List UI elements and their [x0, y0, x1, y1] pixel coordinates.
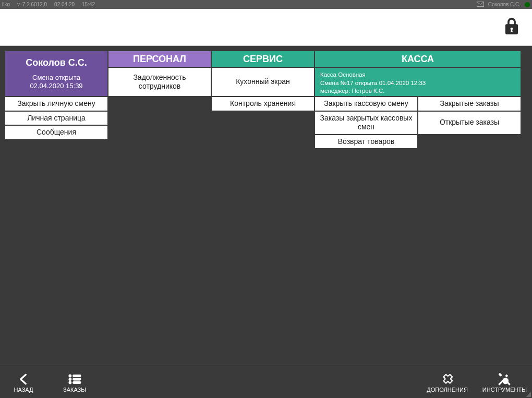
app-name: iiko: [2, 2, 10, 7]
user-column: Соколов С.С. Смена открыта 02.04.2020 15…: [5, 51, 107, 148]
sysbar-date: 02.04.20: [54, 2, 75, 7]
closed-orders-button[interactable]: Закрытые заказы: [418, 97, 521, 111]
sysbar-right: Соколов С.С.: [477, 2, 530, 8]
svg-point-3: [69, 378, 71, 381]
svg-point-5: [69, 381, 71, 384]
app-toolbar: [0, 9, 532, 46]
app-version: v. 7.2.6012.0: [17, 2, 47, 7]
cash-info-tile[interactable]: Касса Основная Смена №17 открыта 01.04.2…: [315, 68, 521, 96]
sysbar-left: iiko v. 7.2.6012.0 02.04.20 15:42: [2, 2, 95, 7]
storage-control-button[interactable]: Контроль хранения: [212, 97, 314, 111]
return-goods-button[interactable]: Возврат товаров: [315, 135, 417, 149]
cash-info-line-1: Касса Основная: [320, 71, 366, 79]
orders-button[interactable]: ЗАКАЗЫ: [56, 370, 93, 393]
main-menu-area: Соколов С.С. Смена открыта 02.04.2020 15…: [0, 46, 532, 366]
addons-button[interactable]: ДОПОЛНЕНИЯ: [427, 370, 468, 393]
close-cash-shift-button[interactable]: Закрыть кассовую смену: [315, 97, 417, 111]
open-orders-button[interactable]: Открытые заказы: [418, 112, 521, 134]
sysbar-user: Соколов С.С.: [488, 2, 521, 7]
close-personal-shift-button[interactable]: Закрыть личную смену: [5, 97, 107, 111]
tools-label: ИНСТРУМЕНТЫ: [482, 387, 527, 393]
back-label: НАЗАД: [14, 387, 33, 393]
user-header-tile[interactable]: Соколов С.С. Смена открыта 02.04.2020 15…: [5, 51, 107, 96]
back-button[interactable]: НАЗАД: [5, 370, 42, 393]
staff-debt-button[interactable]: Задолженность сотрудников: [108, 68, 211, 96]
bottom-nav-bar: НАЗАД ЗАКАЗЫ ДОПОЛНЕНИЯ ИНСТРУМЕ: [0, 366, 532, 398]
cash-column: КАССА Касса Основная Смена №17 открыта 0…: [315, 51, 521, 148]
staff-header-tile: ПЕРСОНАЛ: [108, 51, 211, 67]
cash-header-tile: КАССА: [315, 51, 521, 67]
svg-rect-4: [73, 378, 81, 380]
svg-rect-6: [73, 382, 81, 384]
cash-info-line-2: Смена №17 открыта 01.04.2020 12:33: [320, 79, 426, 88]
svg-rect-2: [73, 375, 81, 377]
bottom-nav-left: НАЗАД ЗАКАЗЫ: [5, 366, 93, 397]
sysbar-time: 15:42: [82, 2, 95, 7]
bottom-nav-right: ДОПОЛНЕНИЯ ИНСТРУМЕНТЫ: [427, 366, 527, 397]
tools-button[interactable]: ИНСТРУМЕНТЫ: [482, 370, 527, 393]
service-column: СЕРВИС Кухонный экран Контроль хранения: [212, 51, 314, 148]
addons-label: ДОПОЛНЕНИЯ: [427, 387, 468, 393]
svg-point-1: [69, 375, 71, 377]
mail-icon[interactable]: [477, 2, 484, 8]
cash-info-line-3: менеджер: Петров К.С.: [320, 87, 384, 95]
system-status-bar: iiko v. 7.2.6012.0 02.04.20 15:42 Соколо…: [0, 0, 532, 9]
closed-shift-orders-button[interactable]: Заказы закрытых кассовых смен: [315, 112, 417, 134]
svg-rect-7: [499, 373, 502, 376]
user-shift-time: 02.04.2020 15:39: [30, 82, 82, 90]
service-header-tile: СЕРВИС: [212, 51, 314, 67]
user-name: Соколов С.С.: [26, 57, 87, 69]
orders-label: ЗАКАЗЫ: [63, 387, 86, 393]
user-shift-status: Смена открыта: [32, 74, 80, 82]
kitchen-screen-button[interactable]: Кухонный экран: [212, 68, 314, 96]
personal-page-button[interactable]: Личная страница: [5, 112, 107, 125]
lock-icon[interactable]: [504, 17, 519, 37]
resize-grip-icon[interactable]: [526, 392, 531, 397]
connection-status-dot: [525, 2, 530, 7]
staff-column: ПЕРСОНАЛ Задолженность сотрудников: [108, 51, 211, 148]
messages-button[interactable]: Сообщения: [5, 126, 107, 139]
